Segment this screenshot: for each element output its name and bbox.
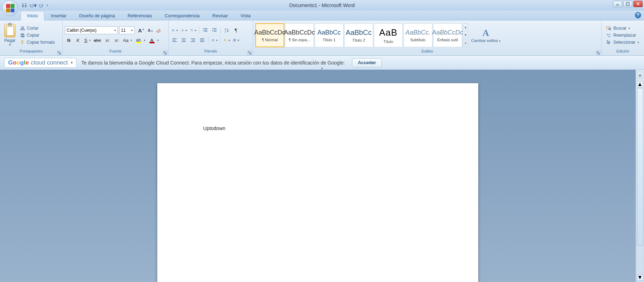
align-center-button[interactable]	[180, 36, 188, 44]
highlight-color-button[interactable]: ab▾	[134, 36, 146, 44]
change-styles-icon: A	[482, 28, 489, 38]
style-preview: AaBbCc	[346, 29, 371, 37]
gcc-collapse-icon[interactable]: ▲	[321, 66, 324, 70]
replace-button[interactable]: abacReemplazar	[605, 32, 640, 38]
font-size-combo[interactable]: 11▾	[119, 26, 135, 34]
align-left-button[interactable]	[171, 36, 178, 44]
copy-button[interactable]: Copiar	[19, 32, 56, 38]
style-label: Énfasis sutil	[437, 38, 458, 42]
undo-button[interactable]: ▾	[29, 1, 37, 9]
tab-referencias[interactable]: Referencias	[121, 11, 158, 20]
scroll-thumb[interactable]	[637, 88, 643, 246]
document-body-text[interactable]: Uptodown	[203, 125, 225, 131]
select-button[interactable]: Seleccionar ▾	[605, 39, 640, 45]
tab-insertar[interactable]: Insertar	[44, 11, 73, 20]
redo-button[interactable]	[37, 1, 45, 9]
style-label: Título	[383, 39, 393, 44]
subscript-button[interactable]: x2	[104, 36, 111, 44]
format-painter-button[interactable]: Copiar formato	[19, 39, 56, 45]
document-page[interactable]: Uptodown	[157, 83, 478, 282]
gcc-product-name: cloud connect	[31, 59, 68, 66]
help-button[interactable]: ?	[635, 12, 641, 18]
bold-button[interactable]: N	[65, 36, 73, 44]
minimize-button[interactable]	[613, 1, 622, 7]
change-case-button[interactable]: Aa▾	[122, 36, 133, 44]
find-button[interactable]: Buscar ▾	[605, 25, 640, 31]
font-group-label: Fuente	[109, 49, 121, 53]
clear-formatting-button[interactable]	[154, 26, 163, 34]
style--nfasis-sutil[interactable]: AaBbCcDcÉnfasis sutil	[433, 23, 462, 47]
style-preview: AaB	[379, 27, 397, 38]
borders-button[interactable]: ▾	[232, 36, 240, 44]
font-family-combo[interactable]: Calibri (Cuerpo)▾	[65, 26, 118, 34]
tab-diseno-pagina[interactable]: Diseño de página	[73, 11, 121, 20]
tab-vista[interactable]: Vista	[234, 11, 257, 20]
numbering-button[interactable]: 123▾	[180, 26, 188, 34]
multilevel-list-button[interactable]: ▾	[189, 26, 197, 34]
paste-button[interactable]: Pegar ▾	[2, 23, 18, 47]
increase-indent-button[interactable]	[211, 26, 218, 34]
superscript-button[interactable]: x2	[113, 36, 121, 44]
shading-button[interactable]: ▾	[223, 36, 231, 44]
paragraph-dialog-launcher[interactable]	[248, 51, 252, 55]
font-family-value: Calibri (Cuerpo)	[67, 28, 97, 33]
sort-button[interactable]: AZ	[223, 26, 231, 34]
style---sin-espa---[interactable]: AaBbCcDc¶ Sin espa...	[285, 23, 314, 47]
shrink-font-button[interactable]: A	[145, 26, 153, 34]
align-right-button[interactable]	[189, 36, 197, 44]
svg-rect-58	[607, 27, 610, 29]
tab-inicio[interactable]: Inicio	[20, 11, 44, 20]
font-color-button[interactable]: A▾	[147, 36, 159, 44]
maximize-button[interactable]	[623, 1, 632, 7]
qat-customize-icon[interactable]: ▾	[47, 4, 48, 7]
office-button[interactable]	[2, 0, 18, 16]
justify-button[interactable]	[198, 36, 206, 44]
clipboard-group-label: Portapapeles	[20, 49, 43, 53]
scroll-up-button[interactable]: ▲	[637, 81, 643, 87]
cut-button[interactable]: Cortar	[19, 25, 56, 31]
editing-group-label: Edición	[616, 49, 629, 53]
window-title: Documento1 - Microsoft Word	[289, 2, 355, 8]
svg-rect-1	[23, 4, 26, 5]
style---normal[interactable]: AaBbCcDc¶ Normal	[255, 23, 284, 47]
styles-group-label: Estilos	[421, 49, 433, 53]
decrease-indent-button[interactable]	[201, 26, 209, 34]
tab-correspondencia[interactable]: Correspondencia	[158, 11, 206, 20]
styles-gallery-scroll[interactable]: ▲▼▾	[463, 23, 468, 47]
strikethrough-button[interactable]: abc	[93, 36, 102, 44]
bullets-button[interactable]: ▾	[171, 26, 178, 34]
grow-font-button[interactable]: A	[136, 26, 144, 34]
cut-label: Cortar	[27, 26, 38, 31]
gcc-login-button[interactable]: Acceder	[352, 58, 382, 67]
line-spacing-button[interactable]: ▾	[211, 36, 218, 44]
paste-label: Pegar	[4, 38, 16, 43]
underline-button[interactable]: S▾	[83, 36, 91, 44]
styles-dialog-launcher[interactable]	[596, 51, 600, 55]
svg-text:ac: ac	[608, 35, 610, 37]
svg-line-10	[22, 26, 24, 29]
save-icon[interactable]	[20, 1, 28, 9]
style-t-tulo-1[interactable]: AaBbCcTítulo 1	[315, 23, 344, 47]
close-button[interactable]	[633, 1, 643, 7]
paragraph-group-label: Párrafo	[204, 49, 217, 53]
italic-button[interactable]: K	[74, 36, 82, 44]
font-dialog-launcher[interactable]	[163, 51, 167, 55]
style-preview: AaBbCc.	[405, 29, 430, 36]
style-subt-tulo[interactable]: AaBbCc.Subtítulo	[403, 23, 432, 47]
tab-revisar[interactable]: Revisar	[206, 11, 234, 20]
scroll-down-button[interactable]: ▼	[637, 274, 643, 281]
svg-rect-2	[23, 6, 25, 7]
svg-point-15	[172, 29, 172, 30]
show-marks-button[interactable]: ¶	[232, 26, 240, 34]
replace-label: Reemplazar	[613, 33, 636, 38]
style-t-tulo-2[interactable]: AaBbCcTítulo 2	[344, 23, 373, 47]
scroll-track[interactable]	[637, 88, 643, 274]
svg-rect-14	[22, 42, 23, 44]
clipboard-dialog-launcher[interactable]	[57, 51, 61, 55]
google-cloud-connect-menu[interactable]: Google cloud connect ▾	[4, 58, 77, 68]
ruler-toggle-icon[interactable]: ▤	[637, 72, 643, 78]
change-styles-button[interactable]: A Cambiar estilos ▾	[468, 26, 503, 44]
document-viewport[interactable]: Uptodown	[0, 70, 636, 282]
svg-text:3: 3	[181, 31, 182, 32]
style-t-tulo[interactable]: AaBTítulo	[374, 23, 403, 47]
